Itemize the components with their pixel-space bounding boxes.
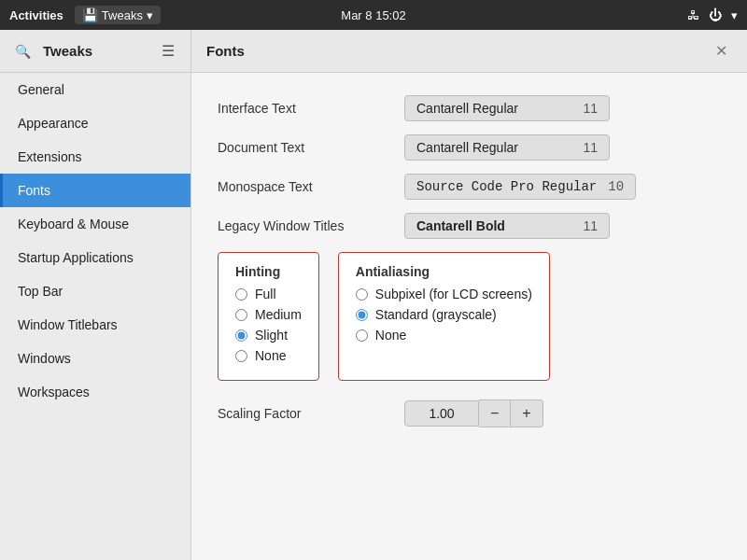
antialiasing-box: Antialiasing Subpixel (for LCD screens) … bbox=[338, 252, 550, 381]
antialiasing-none-option[interactable]: None bbox=[356, 328, 532, 343]
close-button[interactable]: ✕ bbox=[710, 40, 732, 63]
scaling-factor-label: Scaling Factor bbox=[218, 406, 404, 421]
interface-text-row: Interface Text Cantarell Regular 11 bbox=[218, 95, 721, 121]
document-text-picker[interactable]: Cantarell Regular 11 bbox=[404, 134, 610, 161]
tweaks-save-icon: 💾 bbox=[82, 7, 98, 22]
hinting-medium-option[interactable]: Medium bbox=[235, 307, 302, 322]
scaling-factor-row: Scaling Factor 1.00 − + bbox=[218, 399, 721, 427]
monospace-text-picker[interactable]: Source Code Pro Regular 10 bbox=[404, 174, 636, 200]
top-bar-datetime: Mar 8 15:02 bbox=[341, 8, 405, 22]
sidebar-item-appearance[interactable]: Appearance bbox=[0, 106, 190, 140]
hinting-none-option[interactable]: None bbox=[235, 348, 302, 363]
monospace-text-font: Source Code Pro Regular bbox=[416, 179, 597, 194]
search-icon: 🔍 bbox=[15, 44, 31, 59]
scaling-control: 1.00 − + bbox=[404, 399, 543, 427]
hinting-title: Hinting bbox=[235, 264, 302, 279]
hinting-slight-label: Slight bbox=[255, 328, 288, 343]
sidebar-item-startup-applications[interactable]: Startup Applications bbox=[0, 241, 190, 274]
system-top-bar: Activities 💾 Tweaks ▾ Mar 8 15:02 🖧 ⏻ ▾ bbox=[0, 0, 747, 30]
hinting-none-label: None bbox=[255, 348, 286, 363]
antialiasing-subpixel-radio[interactable] bbox=[356, 288, 368, 301]
network-icon: 🖧 bbox=[687, 8, 699, 22]
main-content: General Appearance Extensions Fonts Keyb… bbox=[0, 73, 747, 560]
sidebar: General Appearance Extensions Fonts Keyb… bbox=[0, 73, 191, 560]
window-header: 🔍 Tweaks ☰ Fonts ✕ bbox=[0, 30, 747, 73]
hinting-full-radio[interactable] bbox=[235, 288, 247, 301]
interface-text-size: 11 bbox=[583, 101, 598, 116]
antialiasing-standard-radio[interactable] bbox=[356, 309, 368, 321]
legacy-window-titles-picker[interactable]: Cantarell Bold 11 bbox=[404, 213, 610, 239]
sidebar-item-windows[interactable]: Windows bbox=[0, 342, 190, 375]
antialiasing-standard-option[interactable]: Standard (grayscale) bbox=[356, 307, 532, 322]
interface-text-font: Cantarell Regular bbox=[416, 101, 518, 116]
header-left: 🔍 Tweaks ☰ bbox=[0, 30, 191, 72]
sidebar-item-extensions[interactable]: Extensions bbox=[0, 140, 190, 174]
interface-text-picker[interactable]: Cantarell Regular 11 bbox=[404, 95, 610, 121]
activities-button[interactable]: Activities bbox=[9, 8, 63, 22]
hinting-none-radio[interactable] bbox=[235, 350, 247, 362]
sidebar-item-workspaces[interactable]: Workspaces bbox=[0, 375, 190, 409]
document-text-row: Document Text Cantarell Regular 11 bbox=[218, 134, 721, 161]
antialiasing-title: Antialiasing bbox=[356, 264, 532, 279]
sidebar-item-fonts[interactable]: Fonts bbox=[0, 174, 190, 207]
content-panel: Interface Text Cantarell Regular 11 Docu… bbox=[191, 73, 747, 560]
hinting-full-label: Full bbox=[255, 287, 276, 301]
antialiasing-none-label: None bbox=[375, 328, 406, 343]
hinting-slight-radio[interactable] bbox=[235, 329, 247, 342]
monospace-text-row: Monospace Text Source Code Pro Regular 1… bbox=[218, 174, 721, 200]
search-button[interactable]: 🔍 bbox=[9, 38, 35, 64]
antialiasing-standard-label: Standard (grayscale) bbox=[375, 307, 497, 322]
legacy-window-titles-size: 11 bbox=[583, 218, 598, 233]
tweaks-label: Tweaks bbox=[102, 8, 143, 22]
document-text-size: 11 bbox=[583, 140, 598, 155]
antialiasing-none-radio[interactable] bbox=[356, 329, 368, 342]
legacy-window-titles-label: Legacy Window Titles bbox=[218, 218, 404, 233]
antialiasing-subpixel-option[interactable]: Subpixel (for LCD screens) bbox=[356, 287, 532, 301]
monospace-text-label: Monospace Text bbox=[218, 179, 404, 194]
sidebar-item-window-titlebars[interactable]: Window Titlebars bbox=[0, 308, 190, 342]
menu-icon: ☰ bbox=[162, 42, 175, 60]
interface-text-label: Interface Text bbox=[218, 101, 404, 116]
panel-title: Fonts bbox=[206, 43, 245, 59]
tweaks-chevron: ▾ bbox=[147, 8, 153, 22]
monospace-text-size: 10 bbox=[608, 179, 624, 194]
sidebar-item-top-bar[interactable]: Top Bar bbox=[0, 274, 190, 308]
hinting-slight-option[interactable]: Slight bbox=[235, 328, 302, 343]
scale-decrease-button[interactable]: − bbox=[479, 399, 511, 427]
document-text-font: Cantarell Regular bbox=[416, 140, 518, 155]
scaling-value: 1.00 bbox=[404, 400, 479, 427]
tweaks-menu-button[interactable]: 💾 Tweaks ▾ bbox=[75, 6, 161, 24]
document-text-label: Document Text bbox=[218, 140, 404, 155]
scale-increase-button[interactable]: + bbox=[511, 399, 543, 427]
hinting-full-option[interactable]: Full bbox=[235, 287, 302, 301]
sidebar-item-keyboard-mouse[interactable]: Keyboard & Mouse bbox=[0, 207, 190, 241]
hinting-medium-radio[interactable] bbox=[235, 309, 247, 321]
legacy-window-titles-font: Cantarell Bold bbox=[416, 218, 505, 233]
app-window: 🔍 Tweaks ☰ Fonts ✕ General Appearance Ex… bbox=[0, 30, 747, 560]
header-right: Fonts ✕ bbox=[191, 40, 747, 63]
top-bar-right: 🖧 ⏻ ▾ bbox=[687, 7, 738, 22]
power-icon[interactable]: ⏻ bbox=[709, 7, 722, 22]
top-bar-left: Activities 💾 Tweaks ▾ bbox=[9, 6, 161, 24]
hinting-box: Hinting Full Medium Slight bbox=[218, 252, 319, 381]
app-title: Tweaks bbox=[43, 43, 148, 59]
radio-section-row: Hinting Full Medium Slight bbox=[218, 252, 721, 381]
antialiasing-subpixel-label: Subpixel (for LCD screens) bbox=[375, 287, 532, 301]
sidebar-item-general[interactable]: General bbox=[0, 73, 190, 106]
legacy-window-titles-row: Legacy Window Titles Cantarell Bold 11 bbox=[218, 213, 721, 239]
menu-button[interactable]: ☰ bbox=[155, 38, 181, 64]
power-chevron[interactable]: ▾ bbox=[731, 8, 738, 22]
hinting-medium-label: Medium bbox=[255, 307, 302, 322]
